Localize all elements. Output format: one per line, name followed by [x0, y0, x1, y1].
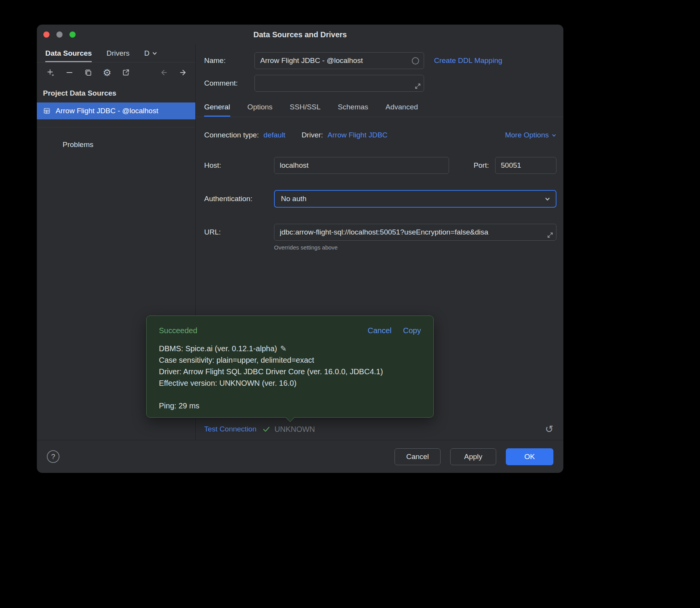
popup-copy-link[interactable]: Copy — [403, 326, 421, 335]
url-field — [274, 224, 556, 241]
export-icon — [122, 68, 130, 77]
more-options-button[interactable]: More Options — [505, 131, 556, 139]
undo-button[interactable]: ↺ — [545, 424, 553, 434]
ok-button[interactable]: OK — [506, 448, 553, 465]
comment-label: Comment: — [204, 79, 254, 88]
connection-result-popup: Succeeded Cancel Copy DBMS: Spice.ai (ve… — [146, 316, 434, 418]
plus-icon — [46, 68, 55, 77]
tab-ssh-ssl[interactable]: SSH/SSL — [290, 97, 320, 117]
test-connection-link[interactable]: Test Connection — [204, 425, 256, 433]
tab-options[interactable]: Options — [248, 97, 272, 117]
zoom-window-button[interactable] — [69, 31, 76, 38]
project-data-sources-header: Project Data Sources — [37, 83, 195, 102]
data-source-settings-button[interactable]: ⚙ — [102, 68, 112, 77]
tab-advanced[interactable]: Advanced — [386, 97, 418, 117]
comment-field — [254, 75, 424, 92]
history-nav-group — [159, 68, 188, 77]
progress-spinner-icon — [412, 57, 419, 64]
test-result-text: UNKNOWN — [274, 425, 315, 434]
connection-status-text: Succeeded — [159, 326, 197, 335]
sidebar-divider — [37, 127, 195, 127]
open-in-new-window-button[interactable] — [121, 68, 130, 77]
chevron-down-icon — [152, 51, 157, 56]
tab-ddl-mappings[interactable]: D — [144, 45, 158, 62]
sidebar-toolbar: ⚙ — [37, 63, 195, 83]
ping-line: Ping: 29 ms — [159, 400, 421, 411]
pencil-icon[interactable]: ✎ — [280, 344, 287, 353]
help-icon: ? — [51, 453, 55, 461]
driver-line: Driver: Arrow Flight SQL JDBC Driver Cor… — [159, 366, 421, 377]
authentication-select[interactable]: No auth — [274, 190, 556, 208]
form-head: Name: Create DDL Mapping Comment: — [196, 45, 563, 97]
tab-data-sources[interactable]: Data Sources — [45, 45, 92, 62]
name-input[interactable] — [255, 53, 424, 69]
effective-version-line: Effective version: UNKNOWN (ver. 16.0) — [159, 377, 421, 389]
gear-icon: ⚙ — [103, 68, 111, 78]
minus-icon — [65, 68, 74, 77]
case-sensitivity-line: Case sensitivity: plain=upper, delimited… — [159, 354, 421, 366]
connection-type-value-link[interactable]: default — [264, 131, 286, 139]
remove-data-source-button[interactable] — [65, 68, 74, 77]
window-title: Data Sources and Drivers — [253, 30, 347, 39]
name-field — [254, 52, 424, 69]
url-note: Overrides settings above — [274, 244, 556, 251]
minimize-window-button[interactable] — [56, 31, 63, 38]
help-button[interactable]: ? — [47, 450, 59, 463]
cancel-button[interactable]: Cancel — [395, 448, 441, 465]
url-label: URL: — [204, 228, 274, 236]
popup-cancel-link[interactable]: Cancel — [368, 326, 391, 335]
dialog-footer: ? Cancel Apply OK — [37, 440, 563, 473]
url-input[interactable] — [274, 224, 556, 240]
tab-schemas[interactable]: Schemas — [338, 97, 368, 117]
name-label: Name: — [204, 56, 254, 65]
tab-drivers[interactable]: Drivers — [106, 45, 129, 62]
problems-item[interactable]: Problems — [37, 140, 195, 149]
forward-button[interactable] — [178, 68, 188, 77]
tab-general[interactable]: General — [204, 97, 230, 117]
more-options-label: More Options — [505, 131, 549, 139]
port-label: Port: — [474, 161, 489, 170]
connection-type-label: Connection type: — [204, 131, 259, 139]
comment-input[interactable] — [255, 75, 424, 91]
data-sources-dialog: Data Sources and Drivers Data Sources Dr… — [37, 25, 563, 473]
expand-icon[interactable] — [414, 83, 421, 89]
undo-icon: ↺ — [545, 423, 553, 435]
authentication-label: Authentication: — [204, 195, 274, 203]
create-ddl-mapping-link[interactable]: Create DDL Mapping — [434, 56, 502, 65]
tab-data-sources-label: Data Sources — [45, 49, 92, 58]
tab-ddl-mappings-label: D — [144, 49, 150, 58]
back-arrow-icon — [160, 68, 168, 77]
authentication-value: No auth — [281, 195, 307, 203]
data-source-item-label: Arrow Flight JDBC - @localhost — [56, 107, 158, 115]
traffic-lights — [43, 31, 76, 38]
forward-arrow-icon — [179, 68, 187, 77]
copy-icon — [84, 68, 92, 77]
dbms-line: DBMS: Spice.ai (ver. 0.12.1-alpha)✎ — [159, 343, 421, 354]
titlebar: Data Sources and Drivers — [37, 25, 563, 45]
test-connection-row: Test Connection UNKNOWN ↺ — [196, 418, 563, 440]
data-source-item[interactable]: Arrow Flight JDBC - @localhost — [37, 102, 195, 119]
duplicate-data-source-button[interactable] — [84, 68, 93, 77]
host-input[interactable] — [274, 157, 449, 173]
tab-drivers-label: Drivers — [106, 49, 129, 58]
form-tab-bar: General Options SSH/SSL Schemas Advanced — [196, 97, 563, 117]
expand-icon[interactable] — [547, 232, 553, 238]
host-label: Host: — [204, 161, 274, 170]
sidebar-tab-bar: Data Sources Drivers D — [37, 45, 195, 63]
back-button[interactable] — [159, 68, 168, 77]
chevron-down-icon — [545, 196, 550, 202]
close-window-button[interactable] — [43, 31, 50, 38]
driver-value-link[interactable]: Arrow Flight JDBC — [328, 131, 388, 139]
host-field — [274, 157, 449, 174]
chevron-down-icon — [551, 133, 556, 138]
check-icon — [262, 425, 271, 433]
port-input[interactable] — [495, 157, 556, 173]
add-data-source-button[interactable] — [46, 68, 55, 77]
table-icon — [43, 107, 51, 115]
driver-label: Driver: — [302, 131, 323, 139]
port-field — [495, 157, 556, 174]
apply-button[interactable]: Apply — [450, 448, 496, 465]
